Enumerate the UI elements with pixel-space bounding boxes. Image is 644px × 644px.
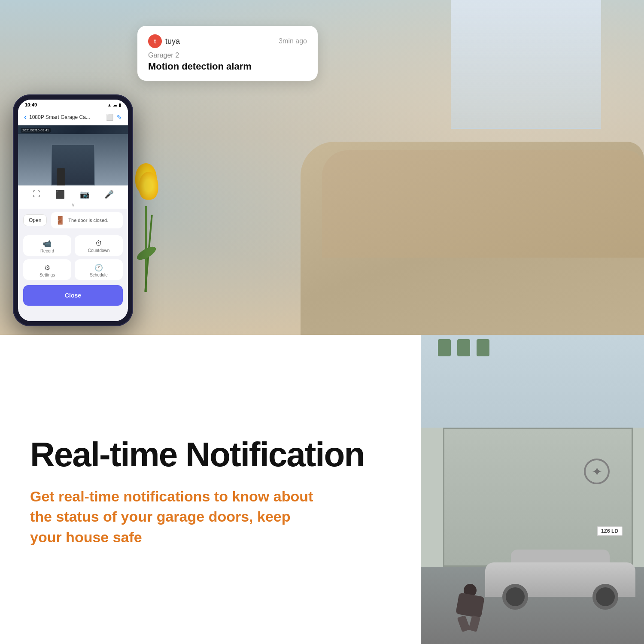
- fullscreen-icon[interactable]: ⛶: [33, 190, 40, 199]
- notification-message: Motion detection alarm: [148, 61, 307, 72]
- record-label: Record: [27, 249, 68, 253]
- bottom-section: Real-time Notification Get real-time not…: [0, 335, 644, 644]
- statusbar-right: ▲ ☁ ▮: [107, 103, 121, 107]
- wifi-icon: ☁: [113, 103, 117, 107]
- close-button[interactable]: Close: [23, 285, 123, 306]
- plants-area: [438, 339, 489, 356]
- phone-time: 10:49: [25, 102, 37, 107]
- door-status-box: 🚪 The door is closed.: [51, 212, 123, 228]
- phone-statusbar: 10:49 ▲ ☁ ▮: [18, 100, 128, 109]
- video-record-icon[interactable]: ⬛: [55, 190, 65, 199]
- person-leg-right: [468, 615, 480, 632]
- plant-pot-2: [457, 339, 470, 356]
- person-crouching: [447, 575, 498, 635]
- phone-screen: 10:49 ▲ ☁ ▮ ‹ 1080P Smart Garage Ca... ⬜…: [18, 100, 128, 321]
- notification-header: t tuya 3min ago: [148, 34, 307, 48]
- main-title: Real-time Notification: [30, 436, 391, 474]
- tulip-head2: [139, 172, 158, 200]
- chevron-down-icon: ∨: [18, 201, 128, 209]
- schedule-icon: 🕐: [78, 264, 119, 272]
- back-button-icon[interactable]: ‹: [24, 112, 27, 122]
- plant-pot-1: [438, 339, 451, 356]
- app-name: tuya: [165, 37, 180, 46]
- signal-icon: ▲: [107, 103, 112, 107]
- countdown-label: Countdown: [78, 248, 119, 253]
- license-plate: 1Z6 LD: [597, 526, 623, 536]
- record-action-button[interactable]: 📹 Record: [23, 235, 71, 256]
- settings-label: Settings: [27, 273, 68, 277]
- phone-navbar: ‹ 1080P Smart Garage Ca... ⬜ ✎: [18, 109, 128, 125]
- notification-brand: t tuya: [148, 34, 180, 48]
- couch: [301, 142, 644, 335]
- bottom-left-content: Real-time Notification Get real-time not…: [0, 335, 421, 644]
- schedule-action-button[interactable]: 🕐 Schedule: [75, 259, 123, 280]
- person-leg-left: [457, 615, 471, 632]
- car-wheel-right: [592, 584, 618, 610]
- phone-body: 10:49 ▲ ☁ ▮ ‹ 1080P Smart Garage Ca... ⬜…: [13, 94, 133, 326]
- camera-timestamp: 2021/02/10 09:41: [21, 128, 51, 133]
- person-torso: [456, 592, 485, 618]
- settings-action-button[interactable]: ⚙ Settings: [23, 259, 71, 280]
- door-status-text: The door is closed.: [68, 218, 108, 223]
- top-section: t tuya 3min ago Garager 2 Motion detecti…: [0, 0, 644, 335]
- door-section: Open 🚪 The door is closed.: [18, 209, 128, 232]
- tuya-logo-icon: t: [148, 34, 162, 48]
- phone-nav-icons: ⬜ ✎: [106, 114, 122, 121]
- countdown-action-button[interactable]: ⏱ Countdown: [75, 235, 123, 256]
- notification-time: 3min ago: [279, 37, 307, 45]
- mercedes-logo: ✦: [584, 459, 610, 484]
- schedule-label: Schedule: [78, 273, 119, 277]
- car-wheel-left: [502, 584, 528, 610]
- couch-back: [322, 150, 644, 258]
- settings-icon: ⚙: [27, 264, 68, 272]
- share-icon[interactable]: ⬜: [106, 114, 113, 121]
- edit-icon[interactable]: ✎: [117, 114, 122, 121]
- garage-exterior-scene: ✦ 1Z6 LD: [421, 335, 644, 644]
- camera-garage-view: [18, 134, 128, 185]
- window: [451, 0, 601, 129]
- camera-controls: ⛶ ⬛ 📷 🎤: [18, 185, 128, 201]
- snapshot-icon[interactable]: 📷: [80, 190, 89, 199]
- phone-nav-title: 1080P Smart Garage Ca...: [29, 114, 106, 120]
- bottom-right-image: ✦ 1Z6 LD: [421, 335, 644, 644]
- plant-pot-3: [477, 339, 489, 356]
- microphone-icon[interactable]: 🎤: [104, 190, 114, 199]
- close-section: Close: [18, 283, 128, 309]
- camera-person-figure: [57, 168, 65, 185]
- action-grid: 📹 Record ⏱ Countdown ⚙ Settings 🕐 Schedu…: [18, 232, 128, 283]
- notification-device: Garager 2: [148, 52, 307, 59]
- door-icon: 🚪: [55, 216, 65, 225]
- phone: 10:49 ▲ ☁ ▮ ‹ 1080P Smart Garage Ca... ⬜…: [13, 94, 133, 326]
- notification-bubble: t tuya 3min ago Garager 2 Motion detecti…: [137, 26, 318, 81]
- subtitle-text: Get real-time notifications to know abou…: [30, 486, 322, 548]
- battery-icon: ▮: [118, 103, 121, 107]
- camera-feed: 2021/02/10 09:41: [18, 125, 128, 185]
- car: [485, 541, 635, 610]
- record-icon: 📹: [27, 240, 68, 248]
- mercedes-star-icon: ✦: [592, 464, 602, 479]
- door-control-row: Open 🚪 The door is closed.: [23, 212, 123, 228]
- countdown-icon: ⏱: [78, 240, 119, 247]
- open-button[interactable]: Open: [23, 214, 47, 226]
